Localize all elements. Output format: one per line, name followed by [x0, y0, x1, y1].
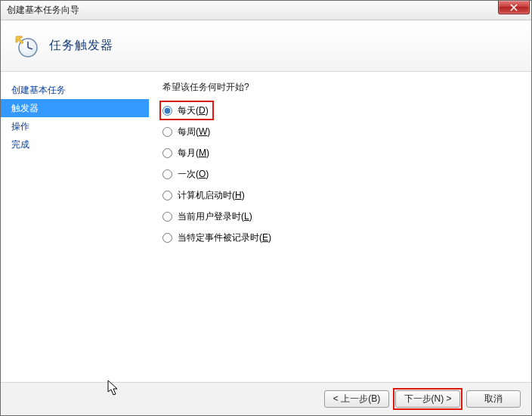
trigger-option-event[interactable]: 当特定事件被记录时(E) [162, 231, 531, 244]
page-title: 任务触发器 [49, 38, 113, 54]
wizard-content: 希望该任务何时开始? 每天(D) 每周(W) 每月(M) 一 [149, 72, 531, 382]
wizard-footer: < 上一步(B) 下一步(N) > 取消 [1, 382, 531, 415]
trigger-prompt: 希望该任务何时开始? [162, 81, 531, 94]
radio-daily[interactable] [162, 106, 172, 116]
trigger-option-weekly[interactable]: 每周(W) [162, 126, 531, 138]
wizard-steps-sidebar: 创建基本任务 触发器 操作 完成 [1, 72, 149, 382]
label-once: 一次(O) [178, 168, 209, 181]
trigger-option-once[interactable]: 一次(O) [162, 168, 531, 181]
back-button[interactable]: < 上一步(B) [324, 390, 389, 408]
window-title: 创建基本任务向导 [7, 4, 79, 17]
label-startup: 计算机启动时(H) [178, 189, 245, 202]
radio-weekly[interactable] [162, 127, 172, 137]
radio-logon[interactable] [162, 212, 172, 222]
clock-icon [14, 34, 39, 58]
label-daily: 每天(D) [178, 104, 209, 117]
label-weekly: 每周(W) [178, 126, 210, 138]
wizard-window: 创建基本任务向导 任务触发器 [0, 0, 532, 416]
close-button[interactable] [498, 1, 530, 14]
step-action[interactable]: 操作 [1, 117, 149, 135]
step-finish[interactable]: 完成 [1, 135, 149, 154]
close-icon [510, 4, 518, 11]
radio-startup[interactable] [162, 191, 172, 200]
wizard-header: 任务触发器 [1, 20, 531, 72]
radio-once[interactable] [162, 169, 172, 179]
label-logon: 当前用户登录时(L) [178, 210, 252, 223]
trigger-option-startup[interactable]: 计算机启动时(H) [162, 189, 531, 202]
cancel-button[interactable]: 取消 [466, 390, 521, 408]
wizard-body: 创建基本任务 触发器 操作 完成 希望该任务何时开始? 每天(D) 每周(W) [1, 72, 531, 382]
trigger-option-logon[interactable]: 当前用户登录时(L) [162, 210, 531, 223]
step-trigger[interactable]: 触发器 [1, 99, 149, 117]
titlebar: 创建基本任务向导 [1, 1, 531, 20]
radio-monthly[interactable] [162, 148, 172, 158]
trigger-options: 每天(D) 每周(W) 每月(M) 一次(O) 计算机启动时(H) [162, 104, 531, 244]
step-create-basic-task[interactable]: 创建基本任务 [1, 81, 149, 99]
trigger-option-daily[interactable]: 每天(D) [162, 104, 531, 117]
label-monthly: 每月(M) [178, 147, 209, 160]
next-button[interactable]: 下一步(N) > [395, 390, 460, 408]
label-event: 当特定事件被记录时(E) [178, 231, 271, 244]
radio-event[interactable] [162, 233, 172, 243]
trigger-option-monthly[interactable]: 每月(M) [162, 147, 531, 160]
